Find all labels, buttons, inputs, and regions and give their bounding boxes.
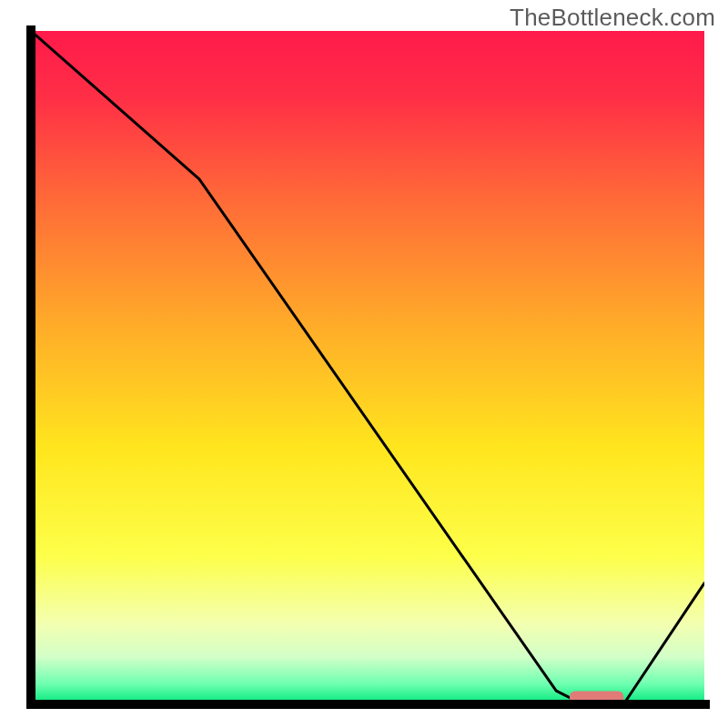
bottleneck-chart	[0, 0, 728, 728]
watermark-text: TheBottleneck.com	[510, 4, 715, 32]
gradient-background	[31, 31, 704, 704]
chart-container: TheBottleneck.com	[0, 0, 728, 728]
